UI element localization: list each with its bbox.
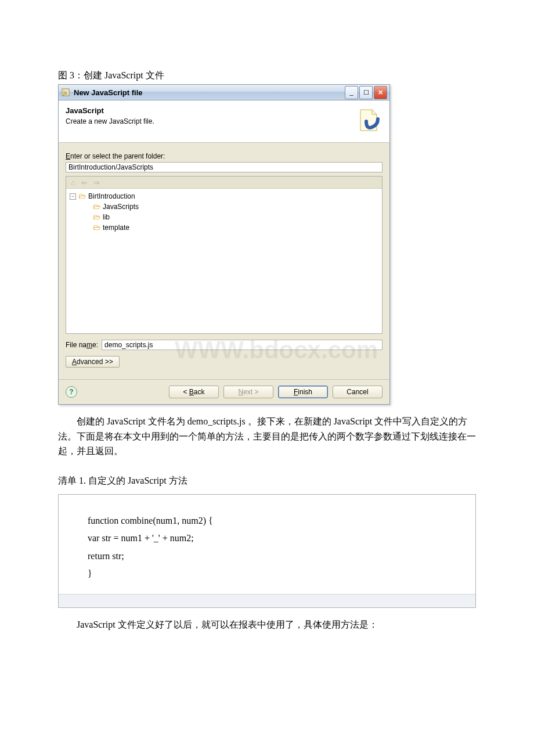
- back-button[interactable]: < Back: [169, 386, 219, 398]
- js-file-icon: [355, 106, 383, 134]
- code-line: var str = num1 + '_' + num2;: [88, 530, 464, 547]
- code-listing: function combine(num1, num2) { var str =…: [58, 494, 476, 609]
- cancel-button[interactable]: Cancel: [333, 386, 383, 398]
- dialog-footer: ? < Back Next > Finish Cancel < Back Nex…: [59, 379, 389, 404]
- folder-open-icon: 🗁: [93, 201, 100, 212]
- next-button: Next >: [223, 386, 273, 398]
- code-line: function combine(num1, num2) {: [88, 512, 464, 530]
- collapse-icon[interactable]: −: [70, 193, 76, 200]
- code-line: }: [88, 565, 464, 582]
- window-title: New JavaScript file: [74, 88, 344, 97]
- dialog-header: JavaScript Create a new JavaScript file.: [59, 100, 389, 143]
- figure-caption: 图 3：创建 JavaScript 文件: [58, 70, 511, 82]
- listing-footer: [59, 594, 475, 607]
- advanced-button[interactable]: Advanced >>: [66, 356, 120, 368]
- help-icon[interactable]: ?: [66, 386, 77, 398]
- folder-tree: ⌂ ⇐ ⇒ − 🗁 BirtIntroduction 🗁 JavaScripts: [66, 176, 383, 334]
- tree-row-template[interactable]: 🗁 template: [70, 222, 378, 233]
- home-icon[interactable]: ⌂: [71, 178, 75, 187]
- folder-open-icon: 🗁: [78, 191, 86, 201]
- finish-button[interactable]: Finish: [278, 386, 328, 398]
- dialog-heading: JavaScript: [66, 106, 355, 115]
- watermark-text: WWW.bdocx.com: [175, 336, 378, 364]
- tree-toolbar: ⌂ ⇐ ⇒: [66, 177, 382, 189]
- tree-row-lib[interactable]: 🗁 lib: [70, 212, 378, 222]
- forward-arrow-icon[interactable]: ⇒: [93, 178, 100, 187]
- paragraph-1: 创建的 JavaScript 文件名为 demo_scripts.js 。接下来…: [58, 414, 476, 459]
- filename-label: File name:: [66, 341, 98, 349]
- folder-open-icon: 🗁: [93, 212, 100, 222]
- tree-row-javascripts[interactable]: 🗁 JavaScripts: [70, 201, 378, 212]
- parent-folder-label: EEnter or select the parent folder:nter …: [66, 152, 383, 160]
- close-button[interactable]: ✕: [374, 86, 387, 99]
- app-icon: js: [61, 88, 70, 97]
- maximize-button[interactable]: ☐: [359, 86, 373, 99]
- parent-folder-input[interactable]: [66, 162, 383, 172]
- code-line: return str;: [88, 548, 464, 565]
- back-arrow-icon[interactable]: ⇐: [81, 178, 88, 187]
- minimize-button[interactable]: _: [345, 86, 358, 99]
- folder-open-icon: 🗁: [93, 222, 100, 233]
- svg-text:js: js: [63, 90, 67, 96]
- listing-title: 清单 1. 自定义的 JavaScript 方法: [58, 475, 511, 487]
- dialog-subheading: Create a new JavaScript file.: [66, 117, 355, 125]
- tree-row-root[interactable]: − 🗁 BirtIntroduction: [70, 191, 378, 201]
- dialog-body: EEnter or select the parent folder:nter …: [59, 143, 389, 379]
- titlebar: js New JavaScript file _ ☐ ✕: [59, 85, 389, 100]
- new-js-file-dialog: js New JavaScript file _ ☐ ✕ JavaScript …: [58, 84, 390, 405]
- paragraph-2: JavaScript 文件定义好了以后，就可以在报表中使用了，具体使用方法是：: [58, 617, 476, 632]
